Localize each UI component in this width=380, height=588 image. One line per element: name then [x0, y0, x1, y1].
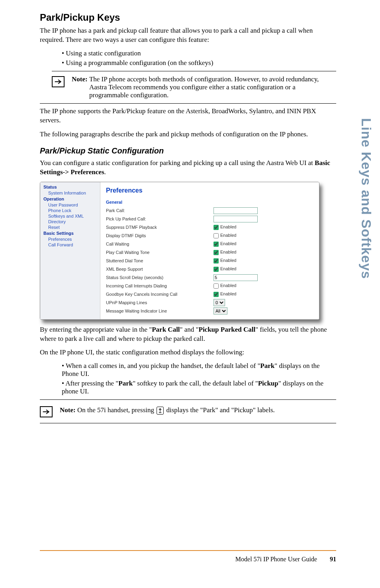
- section-general: General: [106, 200, 313, 206]
- select-mwi[interactable]: All: [214, 307, 227, 315]
- static-display-list: When a call comes in, and you pickup the…: [40, 362, 336, 395]
- nav-item-softkeys-xml[interactable]: Softkeys and XML: [40, 213, 100, 219]
- preferences-title: Preferences: [106, 187, 313, 194]
- text-run-bold: Pickup: [258, 380, 278, 387]
- body-paragraph: The following paragraphs describe the pa…: [40, 130, 336, 139]
- checkbox-xml-beep[interactable]: [214, 267, 219, 272]
- row-upnp: UPnP Mapping Lines 0: [106, 299, 313, 307]
- label-suppress-dtmf: Suppress DTMF Playback: [106, 225, 214, 230]
- input-park-call[interactable]: [214, 207, 258, 214]
- label-mwi: Message Waiting Indicator Line: [106, 309, 214, 313]
- checkbox-incoming-interrupts[interactable]: [214, 283, 219, 289]
- webui-screenshot: Status System Information Operation User…: [40, 182, 319, 320]
- checkbox-label: Enabled: [220, 250, 236, 254]
- note-body: The IP phone accepts both methods of con…: [89, 75, 319, 99]
- body-paragraph: On the IP phone UI, the static configura…: [40, 348, 336, 357]
- text-run: On the 57i handset, pressing: [77, 406, 156, 414]
- nav-item-phone-lock[interactable]: Phone Lock: [40, 208, 100, 213]
- heading-static-config: Park/Pickup Static Configuration: [40, 146, 336, 155]
- heading-park-pickup-keys: Park/Pickup Keys: [40, 12, 336, 23]
- nav-group-status: Status: [40, 184, 100, 190]
- checkbox-label: Enabled: [220, 241, 236, 246]
- note-text: Note: The IP phone accepts both methods …: [72, 75, 336, 99]
- nav-group-operation: Operation: [40, 196, 100, 202]
- text-run: displays the "Park" and "Pickup" labels.: [165, 406, 275, 414]
- list-item: When a call comes in, and you pickup the…: [62, 362, 336, 378]
- text-run-bold: Park: [118, 380, 133, 387]
- row-call-waiting: Call Waiting Enabled: [106, 240, 313, 248]
- select-upnp[interactable]: 0: [214, 299, 225, 306]
- webui-nav: Status System Information Operation User…: [40, 182, 100, 319]
- input-pickup-parked[interactable]: [214, 216, 258, 222]
- label-stuttered: Stuttered Dial Tone: [106, 258, 214, 263]
- text-run: After pressing the ": [65, 380, 118, 387]
- note-text: Note: On the 57i handset, pressing displ…: [60, 405, 336, 415]
- text-run: " and ": [180, 326, 199, 333]
- checkbox-play-cw-tone[interactable]: [214, 250, 219, 255]
- row-park-call: Park Call:: [106, 206, 313, 215]
- side-tab-title: Line Keys and Softkeys: [358, 118, 374, 279]
- nav-item-user-password[interactable]: User Password: [40, 202, 100, 208]
- label-play-cw-tone: Play Call Waiting Tone: [106, 250, 214, 255]
- text-run: " softkey to park the call, the default …: [133, 380, 258, 387]
- checkbox-call-waiting[interactable]: [214, 242, 219, 247]
- divider: [52, 71, 336, 71]
- checkbox-label: Enabled: [220, 224, 236, 229]
- row-suppress-dtmf: Suppress DTMF Playback Enabled: [106, 223, 313, 232]
- note-block: Note: The IP phone accepts both methods …: [52, 74, 336, 101]
- note-label: Note:: [60, 406, 77, 414]
- checkbox-label: Enabled: [220, 283, 236, 288]
- checkbox-label: Enabled: [220, 266, 236, 271]
- text-run: You can configure a static configuration…: [40, 159, 315, 167]
- label-park-call: Park Call:: [106, 208, 214, 213]
- checkbox-goodbye[interactable]: [214, 292, 219, 297]
- row-stuttered: Stuttered Dial Tone Enabled: [106, 257, 313, 265]
- text-run-bold: Park Call: [152, 326, 180, 333]
- body-paragraph: By entering the appropriate value in the…: [40, 325, 336, 344]
- text-run: By entering the appropriate value in the…: [40, 326, 152, 333]
- note-label: Note:: [72, 75, 89, 83]
- webui-content: Preferences General Park Call: Pick Up P…: [100, 182, 319, 319]
- divider: [40, 399, 336, 400]
- checkbox-display-dtmf[interactable]: [214, 233, 219, 238]
- row-display-dtmf: Display DTMF Digits Enabled: [106, 232, 313, 240]
- label-scroll-delay: Status Scroll Delay (seconds): [106, 275, 214, 280]
- footer-rule: [40, 550, 336, 551]
- nav-item-preferences[interactable]: Preferences: [40, 236, 100, 242]
- handset-key-icon: [157, 407, 164, 415]
- text-run: When a call comes in, and you pickup the…: [66, 362, 260, 370]
- page-footer: Model 57i IP Phone User Guide 91: [235, 556, 336, 563]
- footer-page-number: 91: [330, 556, 336, 562]
- text-run: .: [104, 168, 106, 176]
- note-block: Note: On the 57i handset, pressing displ…: [40, 404, 336, 419]
- list-item: After pressing the "Park" softkey to par…: [62, 380, 336, 395]
- nav-item-directory[interactable]: Directory: [40, 219, 100, 224]
- text-run-bold: Pickup Parked Call: [199, 326, 256, 333]
- label-call-waiting: Call Waiting: [106, 242, 214, 246]
- text-run-bold: Park: [260, 362, 274, 370]
- nav-item-call-forward[interactable]: Call Forward: [40, 242, 100, 248]
- row-play-cw-tone: Play Call Waiting Tone Enabled: [106, 248, 313, 257]
- label-upnp: UPnP Mapping Lines: [106, 300, 214, 305]
- checkbox-stuttered[interactable]: [214, 258, 219, 264]
- row-mwi: Message Waiting Indicator Line All: [106, 307, 313, 315]
- checkbox-label: Enabled: [220, 291, 236, 296]
- note-arrow-icon: [40, 406, 53, 417]
- config-methods-list: Using a static configuration Using a pro…: [40, 49, 336, 67]
- list-item: Using a static configuration: [62, 49, 336, 57]
- label-display-dtmf: Display DTMF Digits: [106, 233, 214, 238]
- row-incoming-interrupts: Incoming Call Interrupts Dialing Enabled: [106, 282, 313, 290]
- input-scroll-delay[interactable]: [214, 274, 258, 281]
- nav-item-reset[interactable]: Reset: [40, 224, 100, 230]
- nav-item-system-information[interactable]: System Information: [40, 190, 100, 196]
- intro-paragraph: The IP phone has a park and pickup call …: [40, 26, 336, 45]
- label-pickup-parked: Pick Up Parked Call:: [106, 216, 214, 221]
- label-xml-beep: XML Beep Support: [106, 267, 214, 271]
- checkbox-label: Enabled: [220, 258, 236, 263]
- divider: [40, 103, 336, 104]
- checkbox-suppress-dtmf[interactable]: [214, 225, 219, 230]
- label-incoming-interrupts: Incoming Call Interrupts Dialing: [106, 283, 214, 288]
- list-item: Using a programmable configuration (on t…: [62, 59, 336, 67]
- row-goodbye: Goodbye Key Cancels Incoming Call Enable…: [106, 290, 313, 299]
- nav-group-basic-settings: Basic Settings: [40, 230, 100, 236]
